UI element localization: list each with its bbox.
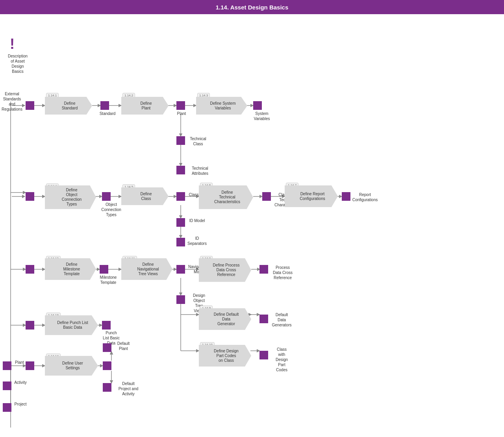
plant-out-label: Plant xyxy=(174,111,189,116)
node-define-process-data[interactable]: Define Process Data Cross Reference xyxy=(199,258,251,282)
id-separators-sq xyxy=(176,238,185,246)
process-data-sq xyxy=(259,265,268,274)
define-report-shape: Define Report Configurations xyxy=(285,185,338,207)
default-gen-sq xyxy=(259,315,268,323)
node-define-plant[interactable]: Define Plant xyxy=(121,97,169,115)
class-tech-char-sq xyxy=(262,192,271,201)
node-define-standard[interactable]: Define Standard xyxy=(45,97,92,115)
design-obj-tree-sq xyxy=(176,295,185,304)
node-define-system-vars[interactable]: Define System Variables xyxy=(196,97,247,115)
define-sysvar-shape: Define System Variables xyxy=(196,97,247,115)
report-config-sq xyxy=(342,192,350,201)
design-part-label: Class with Design Part Codes xyxy=(269,347,295,372)
technical-attrs-label: Technical Attributes xyxy=(186,166,214,176)
node-define-user-settings[interactable]: Define User Settings xyxy=(45,356,98,376)
input-project-sq xyxy=(3,403,11,412)
id-separators-label: ID Separators xyxy=(186,236,208,246)
technical-attrs-sq xyxy=(176,166,185,174)
define-standard-shape: Define Standard xyxy=(45,97,92,115)
technical-class-label: Technical Class xyxy=(186,136,210,146)
define-class-shape: Define Class xyxy=(121,187,169,205)
plant-out-sq xyxy=(176,101,185,110)
start-sq-3 xyxy=(26,265,34,274)
default-project-sq xyxy=(103,383,111,392)
node-define-class[interactable]: Define Class xyxy=(121,187,169,205)
node-define-design-part[interactable]: Define Design Part Codes on Class xyxy=(199,345,251,367)
node-define-tech-char[interactable]: Define Technical Characteristics xyxy=(199,185,253,209)
start-sq-2 xyxy=(26,192,34,201)
node-define-objconn[interactable]: Define Object Connection Types xyxy=(45,185,96,209)
exclaim-icon: ! xyxy=(10,36,15,52)
title-bar: 1.14. Asset Design Basics xyxy=(0,0,504,14)
input-activity-label: Activity xyxy=(13,380,28,385)
input-project-label: Project xyxy=(13,402,28,407)
define-techchar-shape: Define Technical Characteristics xyxy=(199,185,253,209)
define-process-shape: Define Process Data Cross Reference xyxy=(199,258,251,282)
node-define-report-config[interactable]: Define Report Configurations xyxy=(285,185,338,207)
report-config-label: Report Configurations xyxy=(351,192,379,202)
define-designpart-shape: Define Design Part Codes on Class xyxy=(199,345,251,367)
define-nav-shape: Define Navigational Tree Views xyxy=(121,258,172,280)
define-milestone-shape: Define Milestone Template xyxy=(45,258,96,280)
punchlist-sq xyxy=(102,321,111,330)
objconn-sq xyxy=(102,192,111,201)
diagram-canvas: ! Description of Asset Design Basics Ext… xyxy=(0,14,504,437)
node-define-nav[interactable]: Define Navigational Tree Views xyxy=(121,258,172,280)
input-plant-label: Plant xyxy=(13,360,26,365)
system-vars-label: System Variables xyxy=(250,111,274,121)
start-sq-1 xyxy=(26,101,34,110)
node-define-milestone[interactable]: Define Milestone Template xyxy=(45,258,96,280)
start-sq-4 xyxy=(26,321,34,330)
input-activity-sq xyxy=(3,381,11,390)
node-define-punchlist[interactable]: Define Punch List Basic Data xyxy=(45,315,98,335)
input-plant-sq xyxy=(3,361,11,370)
define-usersettings-shape: Define User Settings xyxy=(45,356,98,376)
default-project-label: Default Project and Activity xyxy=(113,381,144,396)
start-sq-5 xyxy=(26,361,34,370)
node-define-default-gen[interactable]: Define Default Data Generator xyxy=(199,308,251,330)
milestone-label: Milestone Template xyxy=(96,275,120,285)
objconn-label: Object Connection Types xyxy=(98,202,124,217)
milestone-sq xyxy=(100,265,108,274)
system-vars-sq xyxy=(253,101,262,110)
id-model-label: ID Model xyxy=(186,218,208,223)
nav-model-sq xyxy=(176,265,185,274)
class-sq xyxy=(176,192,185,201)
id-model-sq xyxy=(176,218,185,227)
default-plant-sq xyxy=(103,343,111,352)
usersettings-out-sq xyxy=(103,361,111,370)
description-label: Description of Asset Design Basics xyxy=(2,54,33,74)
define-punchlist-shape: Define Punch List Basic Data xyxy=(45,315,98,335)
external-standards-label: External Standards and Regulations xyxy=(1,91,23,112)
define-defgen-shape: Define Default Data Generator xyxy=(199,308,251,330)
default-plant-label: Default Plant xyxy=(113,341,134,351)
technical-class-sq xyxy=(176,136,185,145)
standard-label: Standard xyxy=(98,111,117,116)
standard-sq xyxy=(100,101,109,110)
process-data-label: Process Data Cross Reference xyxy=(269,265,296,280)
define-plant-shape: Define Plant xyxy=(121,97,169,115)
default-gen-label: Default Data Generators xyxy=(269,312,295,328)
page-title: 1.14. Asset Design Basics xyxy=(216,4,289,11)
design-part-sq xyxy=(259,351,268,359)
define-objconn-shape: Define Object Connection Types xyxy=(45,185,96,209)
